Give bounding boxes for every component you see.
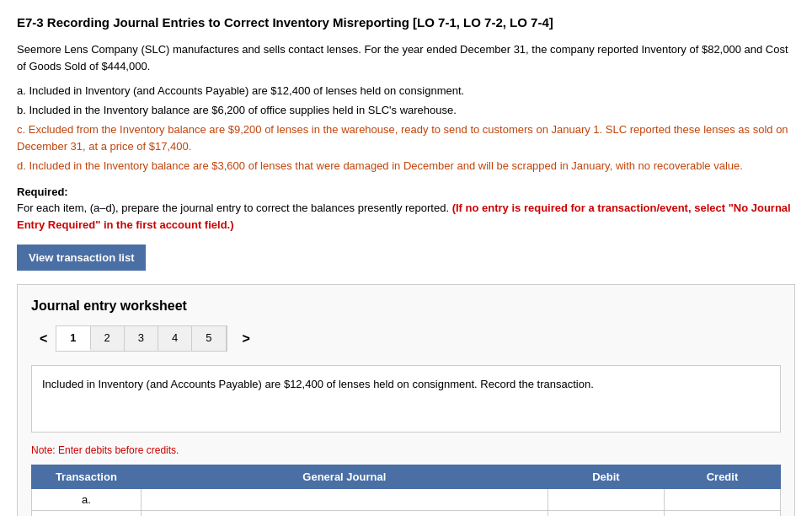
table-row [32, 511, 781, 516]
row1-credit-field[interactable] [671, 493, 773, 506]
view-transaction-list-button[interactable]: View transaction list [17, 245, 146, 271]
required-label: Required: [17, 185, 68, 198]
row1-gj-field[interactable] [148, 493, 541, 506]
journal-table: Transaction General Journal Debit Credit… [31, 465, 781, 516]
header-debit: Debit [548, 465, 664, 489]
page-title: E7-3 Recording Journal Entries to Correc… [17, 13, 795, 31]
item-a: a. Included in Inventory (and Accounts P… [17, 83, 795, 100]
note-text: Note: Enter debits before credits. [31, 444, 781, 456]
items-list: a. Included in Inventory (and Accounts P… [17, 83, 795, 175]
item-a-label: a. [17, 84, 29, 97]
tab-next-button[interactable]: > [234, 326, 259, 352]
header-general-journal: General Journal [141, 465, 548, 489]
transaction-description: Included in Inventory (and Accounts Paya… [31, 365, 781, 433]
item-c-label: c. [17, 123, 29, 136]
row1-debit-field[interactable] [555, 493, 657, 506]
item-c: c. Excluded from the Inventory balance a… [17, 121, 795, 157]
table-row: a. [32, 489, 781, 511]
tab-4[interactable]: 4 [158, 326, 192, 351]
required-text: For each item, (a–d), prepare the journa… [17, 202, 449, 214]
row2-debit-input[interactable] [548, 511, 664, 516]
tab-2[interactable]: 2 [91, 326, 125, 351]
tab-prev-button[interactable]: < [31, 326, 56, 352]
row1-debit-input[interactable] [548, 489, 664, 511]
header-credit: Credit [664, 465, 780, 489]
item-b: b. Included in the Inventory balance are… [17, 102, 795, 120]
row1-credit-input[interactable] [664, 489, 780, 511]
tab-3[interactable]: 3 [125, 326, 158, 351]
row2-transaction [32, 511, 142, 516]
item-b-label: b. [17, 104, 29, 116]
intro-paragraph: Seemore Lens Company (SLC) manufactures … [17, 41, 795, 74]
required-section: Required: For each item, (a–d), prepare … [17, 184, 795, 234]
tab-5[interactable]: 5 [192, 326, 226, 351]
header-transaction: Transaction [32, 465, 142, 489]
worksheet-container: Journal entry worksheet < 1 2 3 4 5 > In… [17, 284, 795, 516]
row1-general-journal-input[interactable] [141, 489, 548, 511]
item-d: d. Included in the Inventory balance are… [17, 158, 795, 175]
tab-1[interactable]: 1 [56, 326, 90, 351]
worksheet-title: Journal entry worksheet [31, 298, 781, 314]
item-d-label: d. [17, 159, 29, 172]
row1-transaction: a. [32, 489, 142, 511]
row2-credit-input[interactable] [664, 511, 780, 516]
row2-general-journal-input[interactable] [141, 511, 548, 516]
